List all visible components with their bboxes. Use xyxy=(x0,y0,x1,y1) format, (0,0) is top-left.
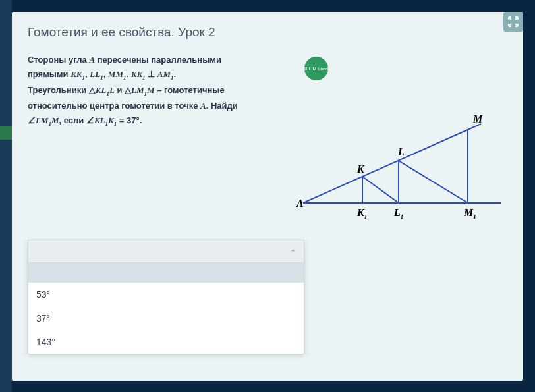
badge-label: BILIM Land xyxy=(304,67,328,71)
label-A: A xyxy=(296,198,304,210)
dropdown-option[interactable]: 37° xyxy=(28,306,304,330)
page-title: Гомотетия и ее свойства. Урок 2 xyxy=(12,12,523,43)
geometry-figure: A K L M K1 L1 M1 xyxy=(296,104,507,236)
dropdown-option[interactable]: 53° xyxy=(28,283,304,306)
label-K: K xyxy=(357,163,364,175)
label-M1: M1 xyxy=(464,207,476,220)
fullscreen-button[interactable] xyxy=(503,12,523,32)
sidebar xyxy=(0,0,12,392)
dropdown-option[interactable]: 143° xyxy=(28,330,304,354)
dropdown-selected[interactable]: ⌃ xyxy=(28,240,304,263)
content-panel: Гомотетия и ее свойства. Урок 2 Стороны … xyxy=(12,12,523,381)
label-L: L xyxy=(398,146,405,158)
fullscreen-icon xyxy=(508,16,519,27)
dropdown-highlight[interactable] xyxy=(28,263,304,283)
problem-text: Стороны угла A пересечены параллельными … xyxy=(28,53,291,129)
label-L1: L1 xyxy=(394,207,403,220)
sidebar-tab[interactable] xyxy=(0,126,12,140)
label-M: M xyxy=(473,113,482,125)
answer-dropdown[interactable]: ⌃ 53° 37° 143° xyxy=(28,240,304,354)
label-K1: K1 xyxy=(357,207,367,220)
bilim-badge: BILIM Land xyxy=(304,57,328,80)
svg-line-1 xyxy=(303,124,481,203)
svg-line-5 xyxy=(362,177,399,203)
chevron-up-icon: ⌃ xyxy=(290,248,296,257)
svg-line-6 xyxy=(399,161,468,203)
